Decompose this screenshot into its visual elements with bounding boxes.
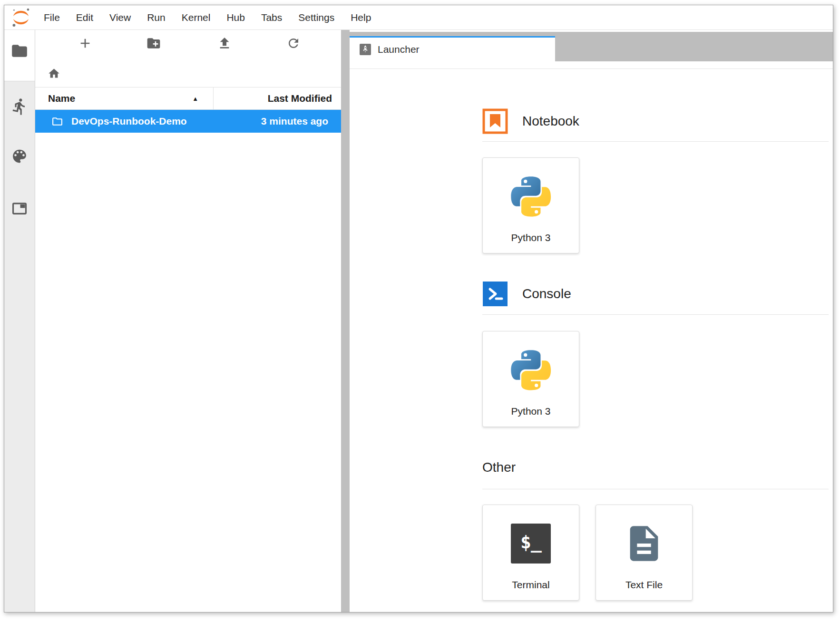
- column-name-label: Name: [48, 93, 75, 104]
- notebook-icon: [482, 108, 508, 134]
- card-label: Text File: [625, 579, 663, 591]
- card-label: Terminal: [512, 579, 549, 591]
- upload-button[interactable]: [216, 35, 233, 52]
- tab-launcher[interactable]: Launcher: [350, 36, 555, 61]
- terminal-icon: $_: [511, 519, 551, 568]
- sidebar-tab-commands[interactable]: [11, 147, 29, 167]
- refresh-button[interactable]: [285, 35, 302, 52]
- file-name: DevOps-Runbook-Demo: [71, 116, 187, 127]
- menu-view[interactable]: View: [101, 5, 139, 30]
- column-header-name[interactable]: Name ▲: [35, 87, 214, 109]
- section-divider: [482, 314, 829, 315]
- launcher-body: Notebook: [350, 69, 833, 612]
- menu-help[interactable]: Help: [342, 5, 379, 30]
- breadcrumb: [35, 58, 341, 87]
- card-label: Python 3: [511, 406, 551, 417]
- refresh-icon: [286, 36, 301, 50]
- menu-file[interactable]: File: [36, 5, 68, 30]
- column-header-modified[interactable]: Last Modified: [214, 87, 341, 109]
- python-logo: [507, 346, 555, 394]
- menu-bar: File Edit View Run Kernel Hub Tabs Setti…: [4, 5, 833, 30]
- menu-items: File Edit View Run Kernel Hub Tabs Setti…: [36, 5, 379, 30]
- palette-icon: [11, 147, 29, 165]
- launcher-card-notebook-python3[interactable]: Python 3: [482, 157, 579, 253]
- section-other-title: Other: [482, 460, 516, 475]
- tab-launcher-label: Launcher: [378, 44, 420, 55]
- column-modified-label: Last Modified: [268, 93, 332, 104]
- menu-tabs[interactable]: Tabs: [253, 5, 290, 30]
- console-icon: [482, 281, 508, 307]
- tab-bar-underline: [350, 61, 833, 69]
- jupyter-logo-icon: [10, 7, 32, 29]
- file-browser-toolbar: [35, 30, 341, 58]
- launcher-card-console-python3[interactable]: Python 3: [482, 331, 579, 427]
- file-modified: 3 minutes ago: [261, 116, 341, 127]
- home-icon[interactable]: [48, 67, 60, 80]
- text-file-icon: [623, 519, 665, 568]
- launcher-card-text-file[interactable]: Text File: [596, 505, 693, 601]
- launcher-card-terminal[interactable]: $_ Terminal: [482, 505, 579, 601]
- new-folder-button[interactable]: [145, 35, 162, 52]
- new-launcher-button[interactable]: [77, 35, 94, 52]
- plus-icon: [78, 36, 93, 51]
- sidebar-tab-open-tabs[interactable]: [10, 200, 29, 220]
- sidebar-tab-files[interactable]: [10, 42, 29, 62]
- section-divider: [482, 489, 829, 489]
- sidebar-tab-running[interactable]: [10, 97, 29, 117]
- python-logo: [507, 172, 555, 221]
- panel-divider[interactable]: [341, 30, 350, 612]
- section-console-header: Console: [482, 281, 829, 307]
- main-dock-panel: Launcher Notebook: [350, 30, 833, 612]
- sort-ascending-icon: ▲: [192, 95, 198, 102]
- section-notebook-title: Notebook: [522, 114, 579, 129]
- upload-icon: [217, 36, 232, 51]
- folder-icon: [10, 42, 29, 60]
- file-list-header: Name ▲ Last Modified: [35, 87, 341, 110]
- section-other-header: Other: [482, 457, 829, 478]
- jupyterlab-window: File Edit View Run Kernel Hub Tabs Setti…: [4, 5, 833, 612]
- section-divider: [482, 141, 829, 142]
- running-man-icon: [10, 97, 29, 116]
- rocket-icon: [360, 44, 371, 55]
- card-label: Python 3: [511, 232, 551, 243]
- menu-edit[interactable]: Edit: [68, 5, 101, 30]
- tab-bar: Launcher: [350, 30, 833, 61]
- menu-settings[interactable]: Settings: [290, 5, 342, 30]
- new-folder-icon: [146, 36, 161, 51]
- file-browser-panel: Name ▲ Last Modified DevOps-Runbook-Demo…: [35, 30, 341, 612]
- menu-run[interactable]: Run: [139, 5, 174, 30]
- file-row-selected[interactable]: DevOps-Runbook-Demo 3 minutes ago: [35, 110, 341, 133]
- tabs-icon: [10, 200, 29, 218]
- section-console-title: Console: [522, 286, 571, 301]
- menu-kernel[interactable]: Kernel: [174, 5, 219, 30]
- menu-hub[interactable]: Hub: [218, 5, 253, 30]
- activity-bar: [4, 30, 35, 612]
- section-notebook-header: Notebook: [482, 108, 829, 134]
- folder-icon: [51, 116, 63, 127]
